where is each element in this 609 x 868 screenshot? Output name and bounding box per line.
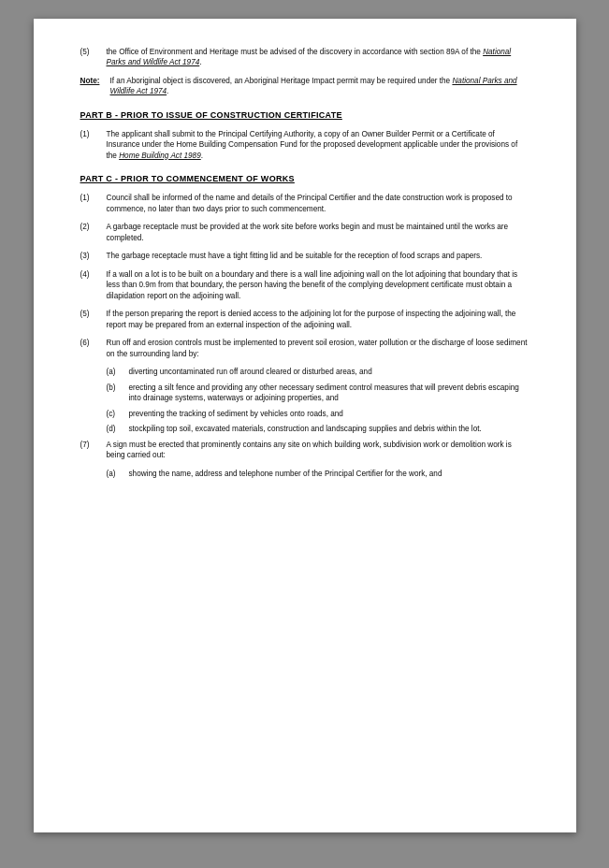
list-item: (5) the Office of Environment and Herita… xyxy=(80,47,529,68)
list-item: (b) erecting a silt fence and providing … xyxy=(107,383,529,404)
item-content: If a wall on a lot is to be built on a b… xyxy=(107,269,529,301)
document-page: (5) the Office of Environment and Herita… xyxy=(34,19,576,832)
item-number: (2) xyxy=(80,222,107,243)
item-number: (c) xyxy=(107,409,129,419)
item-number: (3) xyxy=(80,251,107,261)
note-row: Note: If an Aboriginal object is discove… xyxy=(80,76,529,97)
intro-section: (5) the Office of Environment and Herita… xyxy=(80,47,529,97)
part-c-section: PART C - PRIOR TO COMMENCEMENT OF WORKS … xyxy=(80,174,529,479)
item-content: If the person preparing the report is de… xyxy=(107,309,529,330)
item-number: (5) xyxy=(80,47,107,68)
item-content: The garbage receptacle must have a tight… xyxy=(107,251,529,261)
item-number: (d) xyxy=(107,424,129,434)
legislation-link: Home Building Act 1989 xyxy=(119,152,201,160)
item-content: diverting uncontaminated run off around … xyxy=(129,367,529,377)
list-item: (a) diverting uncontaminated run off aro… xyxy=(107,367,529,377)
item-number: (7) xyxy=(80,440,107,461)
part-b-heading: PART B - PRIOR TO ISSUE OF CONSTRUCTION … xyxy=(80,110,529,120)
list-item: (3) The garbage receptacle must have a t… xyxy=(80,251,529,261)
legislation-link: National Parks and Wildlife Act 1974 xyxy=(107,48,512,66)
item-content: stockpiling top soil, excavated material… xyxy=(129,424,529,434)
list-item: (7) A sign must be erected that prominen… xyxy=(80,440,529,461)
list-item: (2) A garbage receptacle must be provide… xyxy=(80,222,529,243)
part-c-heading: PART C - PRIOR TO COMMENCEMENT OF WORKS xyxy=(80,174,529,183)
list-item: (d) stockpiling top soil, excavated mate… xyxy=(107,424,529,434)
item-content: preventing the tracking of sediment by v… xyxy=(129,409,529,419)
list-item: (4) If a wall on a lot is to be built on… xyxy=(80,269,529,301)
list-item: (a) showing the name, address and teleph… xyxy=(107,469,529,479)
item-number: (1) xyxy=(80,193,107,214)
note-label: Note: xyxy=(80,76,110,97)
item-number: (5) xyxy=(80,309,107,330)
item-number: (1) xyxy=(80,129,107,161)
part-b-section: PART B - PRIOR TO ISSUE OF CONSTRUCTION … xyxy=(80,110,529,161)
item-content: erecting a silt fence and providing any … xyxy=(129,383,529,404)
item-content: Run off and erosion controls must be imp… xyxy=(107,338,529,359)
item-number: (a) xyxy=(107,469,129,479)
item-content: A garbage receptacle must be provided at… xyxy=(107,222,529,243)
list-item: (1) Council shall be informed of the nam… xyxy=(80,193,529,214)
item-number: (a) xyxy=(107,367,129,377)
list-item: (5) If the person preparing the report i… xyxy=(80,309,529,330)
item-content: A sign must be erected that prominently … xyxy=(107,440,529,461)
legislation-link: National Parks and Wildlife Act 1974 xyxy=(110,77,517,95)
item-number: (b) xyxy=(107,383,129,404)
item-content: Council shall be informed of the name an… xyxy=(107,193,529,214)
list-item: (1) The applicant shall submit to the Pr… xyxy=(80,129,529,161)
item-content: The applicant shall submit to the Princi… xyxy=(107,129,529,161)
item-content: the Office of Environment and Heritage m… xyxy=(107,47,529,68)
item-content: showing the name, address and telephone … xyxy=(129,469,529,479)
list-item: (6) Run off and erosion controls must be… xyxy=(80,338,529,359)
item-number: (6) xyxy=(80,338,107,359)
note-text: If an Aboriginal object is discovered, a… xyxy=(110,76,529,97)
item-number: (4) xyxy=(80,269,107,301)
list-item: (c) preventing the tracking of sediment … xyxy=(107,409,529,419)
